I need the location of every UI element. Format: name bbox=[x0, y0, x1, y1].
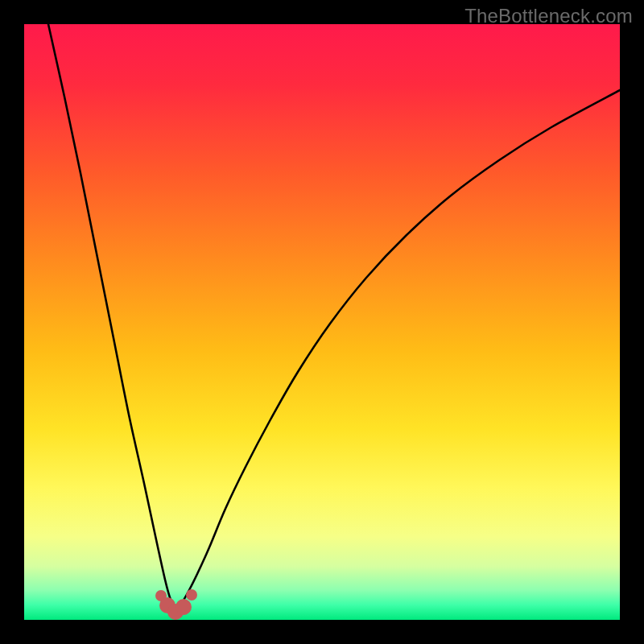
valley-marker bbox=[186, 589, 197, 601]
valley-markers bbox=[155, 589, 197, 620]
bottleneck-curve bbox=[48, 24, 620, 608]
valley-marker bbox=[175, 599, 192, 615]
curve-layer bbox=[24, 24, 620, 620]
plot-area bbox=[24, 24, 620, 620]
chart-frame: TheBottleneck.com bbox=[0, 0, 644, 644]
